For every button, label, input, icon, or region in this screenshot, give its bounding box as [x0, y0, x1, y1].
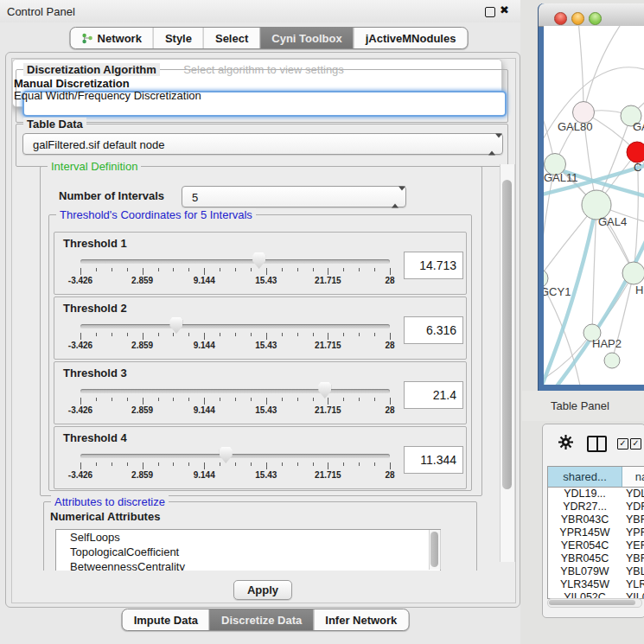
threshold-value-field[interactable]: 14.713 — [404, 252, 463, 279]
slider-track[interactable] — [80, 389, 390, 393]
tab-label: Network — [98, 32, 142, 45]
table-row[interactable]: YBR043CYBR0 — [548, 513, 644, 526]
apply-button[interactable]: Apply — [233, 580, 292, 600]
slider-tick-labels: -3.4262.8599.14415.4321.71528 — [80, 341, 390, 351]
gear-icon[interactable] — [558, 435, 573, 450]
threshold-row-4: Threshold 4-3.4262.8599.14415.4321.71528… — [54, 426, 467, 489]
tab-cyni-toolbox[interactable]: Cyni Toolbox — [259, 28, 353, 48]
threshold-row-1: Threshold 1-3.4262.8599.14415.4321.71528… — [54, 232, 467, 295]
bottom-tab-bar: Impute DataDiscretize DataInfer Network — [122, 609, 410, 631]
checkbox-icon[interactable]: ✓ — [630, 438, 641, 450]
algorithm-hint: Select algorithm to view settings — [12, 63, 515, 76]
panel-scrollbar-thumb[interactable] — [502, 180, 512, 489]
table-horizontal-scrollbar[interactable] — [547, 598, 642, 608]
table-row[interactable]: YLR345WYLR3 — [548, 578, 644, 591]
tab-label: jActiveMNodules — [366, 32, 456, 45]
minimize-traffic-light[interactable] — [571, 12, 584, 25]
slider-track[interactable] — [80, 259, 390, 264]
float-window-icon[interactable] — [485, 7, 495, 17]
network-icon — [82, 33, 93, 44]
split-view-icon[interactable] — [587, 436, 607, 452]
slider-tick-labels: -3.4262.8599.14415.4321.71528 — [80, 405, 390, 416]
network-node-label: GAL11 — [544, 171, 578, 184]
cell-name: YBR0 — [626, 552, 644, 565]
cell-shared-name: YDL19... — [548, 488, 622, 501]
slider-tick-labels: -3.4262.8599.14415.4321.71528 — [80, 470, 390, 481]
tab-label: Cyni Toolbox — [271, 32, 341, 45]
slider-thumb[interactable] — [169, 317, 182, 334]
algorithm-dropdown-popup: Select algorithm to view settings Manual… — [12, 59, 502, 107]
node-table: shared... na YDL19...YDL1YDR27...YDR2YBR… — [547, 466, 644, 599]
zoom-traffic-light[interactable] — [589, 12, 602, 25]
network-node[interactable] — [622, 262, 644, 284]
cell-name: YBR0 — [626, 513, 644, 526]
tab-jactivemnodules[interactable]: jActiveMNodules — [354, 28, 468, 48]
number-of-intervals-combobox[interactable]: 5 — [182, 186, 406, 207]
tab-label: Select — [215, 32, 248, 45]
panel-title: Control Panel — [7, 5, 75, 18]
slider-thumb[interactable] — [318, 382, 331, 399]
table-row[interactable]: YBR045CYBR0 — [548, 552, 644, 565]
checkbox-icon[interactable]: ✓ — [617, 438, 628, 450]
cell-name: YLR3 — [626, 578, 644, 591]
algorithm-option-equal-width-frequency-discretization[interactable]: Equal Width/Frequency Discretization — [14, 90, 512, 102]
close-traffic-light[interactable] — [554, 12, 567, 25]
tab-impute-data[interactable]: Impute Data — [123, 609, 209, 630]
control-panel: Control Panel ✖ NetworkStyleSelectCyni T… — [0, 0, 520, 644]
cell-shared-name: YER054C — [548, 539, 622, 552]
tab-network[interactable]: Network — [71, 28, 153, 48]
number-of-intervals-label: Number of Intervals — [59, 189, 164, 202]
slider-tick-labels: -3.4262.8599.14415.4321.71528 — [80, 276, 390, 286]
table-row[interactable]: YPR145WYPR1 — [548, 526, 644, 539]
table-row[interactable]: YDL19...YDL1 — [548, 488, 644, 501]
network-node-label: HAP2 — [592, 337, 622, 350]
column-header-shared-name[interactable]: shared... — [548, 467, 622, 488]
tab-infer-network[interactable]: Infer Network — [313, 609, 408, 630]
column-header-name[interactable]: na — [622, 467, 644, 488]
panel-scrollbar[interactable] — [500, 164, 515, 562]
apply-strip: Apply — [12, 571, 515, 603]
threshold-label: Threshold 4 — [63, 431, 127, 444]
slider-thumb[interactable] — [252, 252, 265, 269]
network-canvas[interactable]: GAL80GACGAL11GAL4GCY1HHAP2 — [544, 26, 644, 385]
control-panel-titlebar — [0, 0, 520, 22]
algorithm-option-manual-discretization[interactable]: Manual Discretization — [14, 78, 512, 90]
cell-name: YDR2 — [626, 501, 644, 513]
tab-label: Style — [165, 32, 192, 45]
slider-ticks — [80, 268, 390, 276]
slider-ticks — [80, 333, 390, 341]
close-icon[interactable]: ✖ — [500, 3, 509, 16]
threshold-value-field[interactable]: 6.316 — [404, 316, 463, 344]
network-node-label: GAL80 — [558, 120, 592, 133]
numerical-attributes-list[interactable]: SelfLoopsTopologicalCoefficientBetweenne… — [55, 529, 441, 572]
cell-name: YDL1 — [626, 488, 644, 501]
table-row[interactable]: YBL079WYBL0 — [548, 565, 644, 578]
table-data-combobox[interactable]: galFiltered.sif default node — [22, 133, 503, 155]
threshold-value-field[interactable]: 11.344 — [404, 446, 463, 474]
table-row[interactable]: YER054CYER0 — [548, 539, 644, 552]
network-node[interactable] — [627, 142, 644, 163]
attribute-item-selfloops[interactable]: SelfLoops — [56, 530, 440, 545]
threshold-value-field[interactable]: 21.4 — [404, 381, 463, 409]
tab-label: Discretize Data — [221, 614, 302, 627]
cell-shared-name: YDR27... — [548, 501, 622, 513]
top-tab-bar: NetworkStyleSelectCyni ToolboxjActiveMNo… — [70, 27, 469, 49]
slider-track[interactable] — [80, 454, 390, 458]
tab-style[interactable]: Style — [153, 28, 203, 48]
tab-select[interactable]: Select — [203, 28, 259, 48]
threshold-label: Threshold 3 — [63, 367, 127, 379]
network-node-label: GA — [633, 120, 644, 133]
network-node[interactable] — [604, 353, 620, 368]
tab-discretize-data[interactable]: Discretize Data — [209, 609, 313, 630]
attributes-scrollbar[interactable] — [429, 530, 441, 570]
network-edge — [578, 26, 583, 112]
attribute-item-topologicalcoefficient[interactable]: TopologicalCoefficient — [56, 545, 440, 559]
network-node-label: C — [634, 161, 641, 174]
slider-ticks — [80, 462, 390, 470]
network-node-label: GAL4 — [598, 215, 627, 228]
slider-track[interactable] — [80, 324, 390, 328]
cell-shared-name: YBL079W — [548, 565, 622, 578]
stepper-icon — [488, 137, 496, 150]
slider-thumb[interactable] — [220, 447, 233, 463]
table-row[interactable]: YDR27...YDR2 — [548, 501, 644, 513]
